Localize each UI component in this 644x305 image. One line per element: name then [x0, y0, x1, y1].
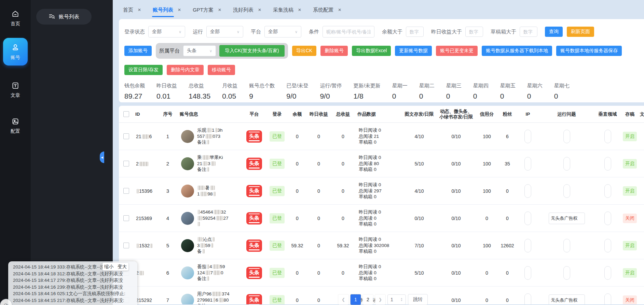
sidebar-item-account[interactable]: 账号 — [3, 38, 28, 66]
tab[interactable]: 系统配置 ✕ — [313, 7, 341, 13]
platform-badge: 头条 — [246, 185, 262, 197]
ip-box[interactable] — [524, 293, 531, 305]
action-button[interactable]: 账号数据本地传服务器保存 — [556, 46, 622, 56]
action-button[interactable]: 导出数据Excel — [352, 46, 391, 56]
action-button[interactable]: 设置日限/存发 — [124, 65, 163, 75]
vertical-field-box[interactable] — [604, 293, 611, 305]
condition-input[interactable] — [323, 26, 374, 38]
vertical-field-box[interactable] — [604, 266, 611, 280]
run-issue-box[interactable] — [563, 266, 570, 280]
zoom-out-button[interactable]: 缩小 — [104, 264, 113, 270]
action-button[interactable]: 删除账号 — [320, 46, 348, 56]
account-table-card: ID 序号 账号信息 平台 登录 余额 昨日收益 总收益 — [119, 106, 644, 304]
account-info-lines: 暑 198 — [197, 185, 216, 197]
page-number-button[interactable]: 2 — [363, 294, 373, 305]
sidebar-item-article[interactable]: 文章 — [3, 79, 28, 101]
action-button[interactable]: 账号已更变未更 — [436, 46, 478, 56]
zoom-in-button[interactable]: 变大 — [118, 264, 127, 270]
row-checkbox[interactable] — [123, 243, 129, 248]
vertical-field-box[interactable] — [604, 157, 611, 171]
platform-label: 平台 — [251, 29, 261, 35]
stat-item: 星期二 0 — [419, 83, 435, 100]
action-button[interactable]: 导出CK — [292, 46, 316, 56]
balance-gt-input[interactable] — [406, 27, 424, 37]
tab[interactable]: 洗好列表 ✕ — [233, 7, 261, 13]
account-table: ID 序号 账号信息 平台 登录 余额 昨日收益 总收益 — [119, 106, 644, 304]
close-icon[interactable]: ✕ — [178, 8, 181, 12]
chevron-down-icon: ∨ — [179, 30, 181, 34]
tab[interactable]: 账号列表 ✕ — [153, 7, 181, 13]
stat-label: 总收益 — [189, 83, 210, 89]
chevron-down-icon: ∨ — [295, 30, 298, 34]
row-checkbox[interactable] — [123, 215, 129, 221]
stat-value: 89.27 — [124, 92, 145, 100]
run-issue-input[interactable] — [549, 213, 585, 224]
credit-score-cell: 0 — [476, 205, 497, 232]
work-data-cell: 昨日阅读 0 总阅读 0 草稿箱 0 — [356, 264, 402, 282]
jump-button[interactable]: 跳转 — [408, 294, 428, 305]
close-icon[interactable]: ✕ — [138, 8, 141, 12]
stat-item: 已登/未登 9/0 — [286, 83, 308, 100]
vertical-field-box[interactable] — [604, 239, 611, 252]
stat-label: 星期二 — [419, 83, 435, 89]
secondary-panel: 账号列表 — [31, 0, 113, 305]
vertical-field-box[interactable] — [604, 212, 611, 225]
row-checkbox[interactable] — [123, 133, 129, 139]
refresh-page-button[interactable]: 刷新页面 — [567, 27, 594, 37]
ip-box[interactable] — [524, 212, 531, 225]
tab[interactable]: GPT方案 ✕ — [193, 7, 221, 13]
ip-box[interactable] — [524, 157, 531, 171]
run-select[interactable]: 全部 ∨ — [206, 26, 243, 38]
total-earning-cell: 0 — [331, 205, 355, 232]
panel-search[interactable]: 账号列表 — [36, 9, 92, 25]
sidebar-item-config[interactable]: 配置 — [3, 115, 28, 136]
table-row: 215369 4 4546432 5925427 头条 已登 0 0 0 — [119, 205, 644, 232]
draftbox-gt-input[interactable] — [520, 27, 537, 37]
dynamic-quota-cell: 0/10 — [436, 287, 476, 305]
action-button[interactable]: 删除号内文章 — [167, 65, 204, 75]
select-all-checkbox[interactable] — [123, 111, 129, 117]
close-icon[interactable]: ✕ — [258, 8, 261, 12]
ip-box[interactable] — [524, 266, 531, 280]
prev-page-button[interactable]: ❮ — [338, 294, 348, 305]
run-issue-input[interactable] — [549, 294, 585, 305]
run-issue-box[interactable] — [563, 184, 570, 198]
row-checkbox[interactable] — [123, 188, 129, 194]
action-button[interactable]: 移动账号 — [208, 65, 235, 75]
platform-select[interactable]: 全部 ∨ — [264, 26, 301, 38]
action-button[interactable]: 更新账号数据 — [395, 46, 432, 56]
tab[interactable]: 首页 ✕ — [123, 7, 141, 13]
column-header: 运行问题 — [538, 106, 595, 123]
close-icon[interactable]: ✕ — [218, 8, 221, 12]
action-button[interactable]: 账号数据从服务器下载到本地 — [482, 46, 552, 56]
ip-box[interactable] — [524, 239, 531, 252]
table-body: 216 1 乐观13h 557073 备注 头条 已登 0 0 0 — [119, 123, 644, 305]
row-checkbox[interactable] — [123, 161, 129, 166]
close-icon[interactable]: ✕ — [338, 8, 341, 12]
ip-box[interactable] — [524, 130, 531, 143]
ip-box[interactable] — [524, 184, 531, 198]
query-button[interactable]: 查询 — [545, 27, 563, 37]
run-issue-box[interactable] — [563, 130, 570, 143]
next-page-button[interactable]: ❯ — [375, 294, 385, 305]
sidebar-item-home[interactable]: 首页 — [3, 8, 28, 29]
login-status-select[interactable]: 全部 ∨ — [148, 26, 185, 38]
draft-status-badge: 关闭 — [623, 214, 637, 223]
account-info-lines: 沁点 359 备 — [197, 236, 215, 255]
stepper-icons[interactable]: ▲ ▼ — [400, 297, 403, 302]
owning-platform-select[interactable]: 头条 ∨ — [183, 45, 216, 56]
page-jump-input[interactable]: 1 ▲ ▼ — [387, 294, 406, 305]
run-issue-box[interactable] — [563, 157, 570, 171]
vertical-field-box[interactable] — [604, 184, 611, 198]
yesterday-gt-input[interactable] — [465, 27, 483, 37]
close-icon[interactable]: ✕ — [298, 8, 301, 12]
panel-collapse-handle[interactable]: ◀ — [100, 151, 104, 163]
run-issue-box[interactable] — [563, 239, 570, 252]
vertical-field-box[interactable] — [604, 130, 611, 143]
add-account-button[interactable]: 添加账号 — [124, 46, 152, 56]
tab[interactable]: 采集洗稿 ✕ — [273, 7, 301, 13]
page-number-button[interactable]: 1 — [351, 294, 361, 305]
table-row: 15396 3 暑 198 头条 已登 0 0 0 昨 — [119, 177, 644, 205]
stat-label: 运行/暂停 — [320, 83, 342, 89]
import-ck-button[interactable]: 导入CK(暂支持头条/百家) — [219, 45, 285, 57]
